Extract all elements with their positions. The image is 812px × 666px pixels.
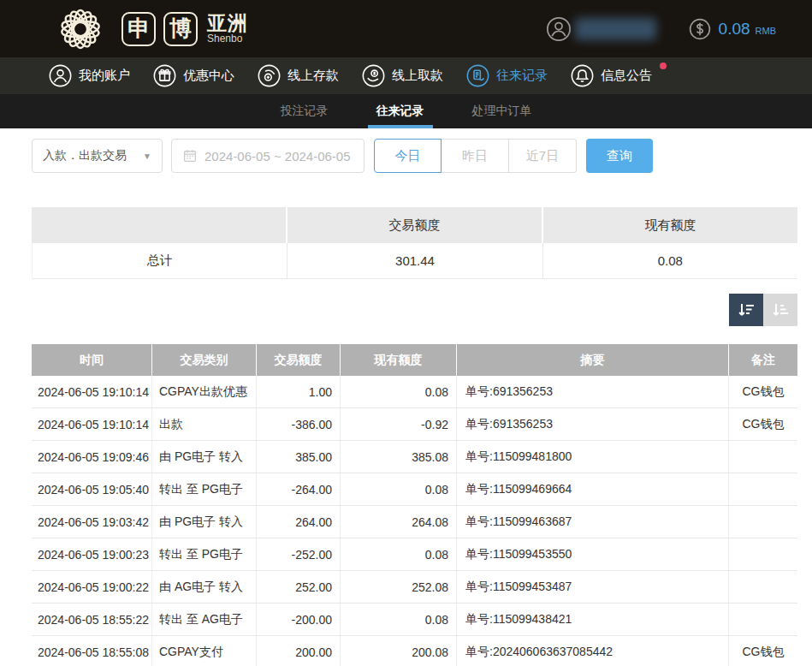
bell-icon: [571, 64, 594, 87]
cell-amount: 252.00: [257, 571, 341, 603]
cell-balance: 385.08: [341, 441, 457, 473]
deposit-icon: [258, 64, 281, 87]
cell-remark: [729, 473, 797, 505]
cell-balance: 200.08: [341, 636, 457, 666]
col-header-balance: 现有额度: [341, 344, 457, 376]
cell-summary: 单号:691356253: [457, 376, 729, 407]
cell-balance: 0.08: [341, 473, 457, 505]
last7days-button[interactable]: 近7日: [509, 139, 577, 173]
cell-time: 2024-06-05 18:55:22: [32, 604, 152, 635]
cell-remark: CG钱包: [729, 408, 797, 440]
cell-summary: 单号:115099438421: [457, 604, 729, 635]
table-row: 2024-06-05 19:05:40 转出 至 PG电子 -264.00 0.…: [32, 473, 797, 506]
logo-subtitle: Shenbo: [207, 33, 248, 45]
cell-time: 2024-06-05 18:55:08: [32, 636, 152, 666]
yesterday-button[interactable]: 昨日: [442, 139, 509, 173]
nav-label: 信息公告: [601, 68, 652, 84]
cell-summary: 单号:115099481800: [457, 441, 729, 473]
cell-amount: 385.00: [257, 441, 341, 473]
nav-item-announcements[interactable]: 信息公告: [571, 64, 667, 87]
sort-bar: [32, 294, 797, 326]
cell-remark: [729, 538, 797, 570]
summary-header-empty: [32, 207, 287, 243]
cell-type: 出款: [152, 408, 257, 440]
cell-time: 2024-06-05 19:00:23: [32, 538, 152, 570]
withdraw-icon: [362, 64, 385, 87]
sub-nav: 投注记录 往来记录 处理中订单: [0, 94, 812, 128]
sort-descending-button[interactable]: [729, 294, 763, 326]
sort-descending-icon: [736, 300, 756, 320]
tab-transaction-records[interactable]: 往来记录: [368, 94, 433, 128]
cell-balance: 0.08: [341, 538, 457, 570]
summary-total-label: 总计: [32, 243, 287, 279]
summary-transaction-amount: 301.44: [287, 243, 542, 279]
cell-type: 转出 至 AG电子: [152, 604, 257, 635]
nav-item-deposit[interactable]: 线上存款: [258, 64, 339, 87]
balance-display[interactable]: 0.08 RMB: [689, 18, 776, 40]
transaction-type-select[interactable]: 入款．出款交易 ▼: [32, 139, 163, 173]
cell-type: 由 PG电子 转入: [152, 506, 257, 538]
top-header: 申 博 亚洲 Shenbo 0.08 RMB: [0, 0, 812, 57]
cell-time: 2024-06-05 19:09:46: [32, 441, 152, 473]
cell-remark: CG钱包: [729, 636, 797, 666]
calendar-icon: [182, 148, 198, 164]
nav-item-transaction-records[interactable]: 往来记录: [466, 64, 548, 87]
table-row: 2024-06-05 18:55:08 CGPAY支付 200.00 200.0…: [32, 636, 797, 666]
cell-amount: 1.00: [257, 376, 341, 407]
tab-label: 投注记录: [281, 104, 329, 119]
search-button[interactable]: 查询: [586, 139, 653, 173]
cell-type: 转出 至 PG电子: [152, 473, 257, 505]
cell-summary: 单号:115099469664: [457, 473, 729, 505]
cell-time: 2024-06-05 19:03:42: [32, 506, 152, 538]
date-range-picker[interactable]: 2024-06-05 ~ 2024-06-05: [171, 139, 365, 173]
cell-type: 转出 至 PG电子: [152, 538, 257, 570]
tab-pending-orders[interactable]: 处理中订单: [464, 94, 541, 128]
cell-type: 由 PG电子 转入: [152, 441, 257, 473]
gift-icon: [153, 64, 176, 87]
date-range-value: 2024-06-05 ~ 2024-06-05: [204, 149, 351, 164]
cell-type: CGPAY出款优惠: [152, 376, 257, 407]
cell-balance: 0.08: [341, 376, 457, 407]
transactions-table: 时间 交易类别 交易额度 现有额度 摘要 备注 2024-06-05 19:10…: [32, 344, 797, 666]
tab-betting-records[interactable]: 投注记录: [272, 94, 337, 128]
cell-remark: CG钱包: [729, 376, 797, 407]
cell-summary: 单号:202406063637085442: [457, 636, 729, 666]
cell-summary: 单号:115099463687: [457, 506, 729, 538]
balance-amount: 0.08: [719, 20, 750, 39]
cell-remark: [729, 506, 797, 538]
chevron-down-icon: ▼: [143, 152, 151, 161]
tab-label: 处理中订单: [472, 104, 532, 119]
cell-amount: -264.00: [257, 473, 341, 505]
cell-time: 2024-06-05 19:05:40: [32, 473, 152, 505]
today-button[interactable]: 今日: [374, 139, 442, 173]
nav-item-promotions[interactable]: 优惠中心: [153, 64, 234, 87]
logo-char-bo: 博: [163, 12, 198, 46]
table-row: 2024-06-05 19:00:22 由 AG电子 转入 252.00 252…: [32, 571, 797, 604]
cell-time: 2024-06-05 19:10:14: [32, 408, 152, 440]
table-row: 2024-06-05 19:10:14 出款 -386.00 -0.92 单号:…: [32, 408, 797, 441]
main-nav: 我的账户 优惠中心 线上存款 线上取款: [0, 57, 812, 94]
logo-region: 亚洲: [207, 13, 248, 33]
cell-remark: [729, 441, 797, 473]
table-row: 2024-06-05 19:00:23 转出 至 PG电子 -252.00 0.…: [32, 538, 797, 571]
cell-type: CGPAY支付: [152, 636, 257, 666]
cell-time: 2024-06-05 19:10:14: [32, 376, 152, 407]
cell-balance: 264.08: [341, 506, 457, 538]
col-header-time: 时间: [32, 344, 152, 376]
nav-item-my-account[interactable]: 我的账户: [49, 64, 130, 87]
username-redacted: [575, 18, 656, 40]
nav-item-withdraw[interactable]: 线上取款: [362, 64, 443, 87]
filter-bar: 入款．出款交易 ▼ 2024-06-05 ~ 2024-06-05 今日 昨日 …: [32, 139, 812, 173]
sort-ascending-button[interactable]: [763, 294, 797, 326]
table-row: 2024-06-05 19:09:46 由 PG电子 转入 385.00 385…: [32, 441, 797, 473]
brand-logo[interactable]: 申 博 亚洲 Shenbo: [47, 3, 248, 55]
logo-char-shen: 申: [122, 12, 156, 46]
records-icon: [466, 64, 489, 87]
sort-ascending-icon: [770, 300, 791, 320]
cell-time: 2024-06-05 19:00:22: [32, 571, 152, 603]
cell-amount: -252.00: [257, 538, 341, 570]
col-header-type: 交易类别: [152, 344, 257, 376]
nav-label: 优惠中心: [183, 68, 234, 84]
table-header-row: 时间 交易类别 交易额度 现有额度 摘要 备注: [32, 344, 797, 376]
user-account-chip[interactable]: [546, 16, 656, 42]
